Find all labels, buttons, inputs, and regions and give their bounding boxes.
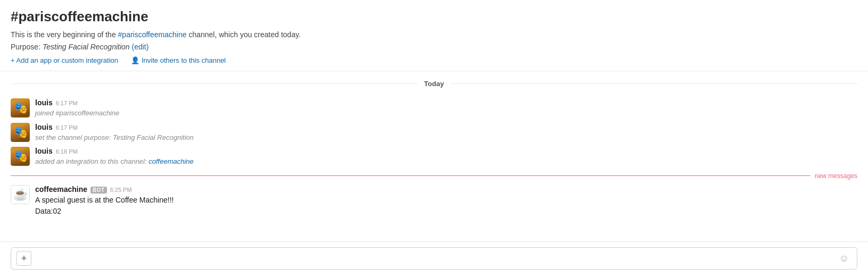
message-author: louis — [35, 123, 53, 131]
plus-icon: + — [21, 253, 27, 264]
table-row: 🎭 louis 6:17 PM joined #pariscoffeemachi… — [11, 96, 857, 121]
desc-suffix: channel, which you created today. — [187, 30, 301, 39]
invite-button[interactable]: 👤 Invite others to this channel — [131, 56, 226, 64]
new-messages-label: new messages — [811, 172, 857, 180]
message-input-box: + ☺ — [11, 247, 857, 270]
louis-avatar-img: 🎭 — [11, 123, 30, 142]
purpose-label: Purpose: — [11, 43, 43, 51]
bot-message-line1: A special guest is at the Coffee Machine… — [35, 195, 857, 206]
message-input-area: + ☺ — [0, 241, 868, 277]
avatar: ☕ — [11, 185, 30, 204]
message-input[interactable] — [36, 254, 832, 263]
message-content: louis 6:17 PM joined #pariscoffeemachine — [35, 98, 857, 119]
date-divider-label: Today — [424, 80, 444, 88]
table-row: ☕ coffeemachine BOT 6:25 PM A special gu… — [11, 183, 857, 219]
new-messages-divider: new messages — [11, 172, 857, 180]
message-header: louis 6:17 PM — [35, 123, 857, 131]
invite-person-icon: 👤 — [131, 56, 139, 64]
coffee-avatar-img: ☕ — [11, 185, 30, 204]
avatar: 🎭 — [11, 123, 30, 142]
messages-area: 🎭 louis 6:17 PM joined #pariscoffeemachi… — [0, 96, 868, 241]
message-text: joined #pariscoffeemachine — [35, 108, 857, 119]
message-author: louis — [35, 147, 53, 155]
louis-avatar-img: 🎭 — [11, 98, 30, 117]
date-divider-line-left — [11, 83, 418, 84]
emoji-icon[interactable]: ☺ — [837, 251, 852, 266]
table-row: 🎭 louis 6:18 PM added an integration to … — [11, 145, 857, 169]
avatar: 🎭 — [11, 98, 30, 117]
message-header: louis 6:17 PM — [35, 98, 857, 107]
bot-badge: BOT — [90, 187, 107, 194]
bot-message-line2: Data:02 — [35, 206, 857, 217]
message-author: louis — [35, 98, 53, 107]
purpose-value: Testing Facial Recognition — [43, 43, 130, 51]
message-header: louis 6:18 PM — [35, 147, 857, 155]
message-time: 6:18 PM — [56, 148, 78, 155]
desc-prefix: This is the very beginning of the — [11, 30, 118, 39]
msg3-prefix: added an integration to this channel: — [35, 157, 148, 165]
add-app-button[interactable]: + Add an app or custom integration — [11, 56, 118, 64]
avatar: 🎭 — [11, 147, 30, 166]
add-button[interactable]: + — [16, 251, 31, 266]
invite-label: Invite others to this channel — [142, 56, 226, 64]
table-row: 🎭 louis 6:17 PM set the channel purpose:… — [11, 121, 857, 145]
message-time: 6:17 PM — [56, 100, 78, 106]
message-author: coffeemachine — [35, 185, 87, 194]
louis-avatar-img: 🎭 — [11, 147, 30, 166]
channel-purpose: Purpose: Testing Facial Recognition (edi… — [11, 43, 857, 51]
purpose-edit-link[interactable]: (edit) — [132, 43, 149, 51]
date-divider: Today — [0, 71, 868, 96]
date-divider-line-right — [450, 83, 857, 84]
channel-description: This is the very beginning of the #paris… — [11, 29, 857, 40]
channel-header: #pariscoffeemachine This is the very beg… — [0, 0, 868, 71]
message-content: louis 6:18 PM added an integration to th… — [35, 147, 857, 167]
channel-actions: + Add an app or custom integration 👤 Inv… — [11, 56, 857, 64]
message-text: set the channel purpose: Testing Facial … — [35, 132, 857, 143]
integration-link[interactable]: coffeemachine — [148, 157, 194, 165]
channel-title: #pariscoffeemachine — [11, 9, 857, 25]
message-text: added an integration to this channel: co… — [35, 156, 857, 167]
new-messages-line — [11, 175, 811, 176]
message-content: louis 6:17 PM set the channel purpose: T… — [35, 123, 857, 143]
message-time: 6:17 PM — [56, 124, 78, 131]
message-header: coffeemachine BOT 6:25 PM — [35, 185, 857, 194]
message-time: 6:25 PM — [110, 187, 132, 193]
channel-link[interactable]: #pariscoffeemachine — [118, 30, 187, 39]
message-content: coffeemachine BOT 6:25 PM A special gues… — [35, 185, 857, 217]
